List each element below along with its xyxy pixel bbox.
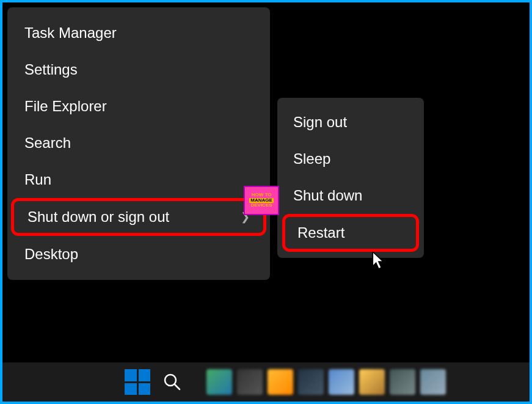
- menu-item-shutdown-signout[interactable]: Shut down or sign out ❯: [11, 198, 266, 236]
- taskbar-app-icon[interactable]: [359, 369, 385, 395]
- submenu-item-label: Shut down: [293, 187, 362, 204]
- submenu-item-shut-down[interactable]: Shut down: [277, 177, 424, 214]
- watermark-logo: HOW TO MANAGE DEVICES: [244, 186, 279, 215]
- menu-item-search[interactable]: Search: [7, 125, 270, 161]
- menu-item-file-explorer[interactable]: File Explorer: [7, 88, 270, 125]
- power-submenu: Sign out Sleep Shut down Restart: [277, 98, 424, 258]
- submenu-item-label: Sign out: [293, 114, 347, 130]
- menu-item-label: Shut down or sign out: [27, 208, 169, 226]
- mouse-cursor-icon: [372, 252, 387, 270]
- submenu-item-sign-out[interactable]: Sign out: [277, 104, 424, 141]
- menu-item-run[interactable]: Run: [7, 161, 270, 198]
- watermark-line: DEVICES: [250, 203, 272, 208]
- svg-line-1: [175, 384, 180, 389]
- submenu-item-label: Restart: [297, 224, 344, 241]
- taskbar-pinned-apps: [206, 369, 446, 395]
- taskbar-app-icon[interactable]: [206, 369, 232, 395]
- winx-context-menu: Task Manager Settings File Explorer Sear…: [7, 7, 270, 280]
- menu-item-label: Search: [24, 134, 71, 152]
- taskbar: [2, 362, 530, 402]
- taskbar-app-icon[interactable]: [420, 369, 446, 395]
- menu-item-label: Run: [24, 171, 51, 188]
- menu-item-settings[interactable]: Settings: [7, 51, 270, 88]
- menu-item-label: File Explorer: [24, 98, 107, 115]
- menu-item-desktop[interactable]: Desktop: [7, 236, 270, 273]
- start-button[interactable]: [125, 369, 150, 395]
- taskbar-app-icon[interactable]: [390, 369, 415, 395]
- search-icon: [163, 373, 181, 391]
- submenu-item-restart[interactable]: Restart: [282, 214, 419, 252]
- submenu-item-sleep[interactable]: Sleep: [277, 141, 424, 177]
- menu-item-label: Desktop: [24, 246, 78, 263]
- taskbar-app-icon[interactable]: [298, 369, 324, 395]
- submenu-item-label: Sleep: [293, 150, 330, 167]
- menu-item-label: Task Manager: [24, 24, 117, 42]
- taskbar-app-icon[interactable]: [268, 369, 293, 395]
- taskbar-search-button[interactable]: [161, 371, 183, 393]
- taskbar-app-icon[interactable]: [237, 369, 263, 395]
- menu-item-label: Settings: [24, 61, 78, 78]
- taskbar-app-icon[interactable]: [329, 369, 354, 395]
- menu-item-task-manager[interactable]: Task Manager: [7, 15, 270, 51]
